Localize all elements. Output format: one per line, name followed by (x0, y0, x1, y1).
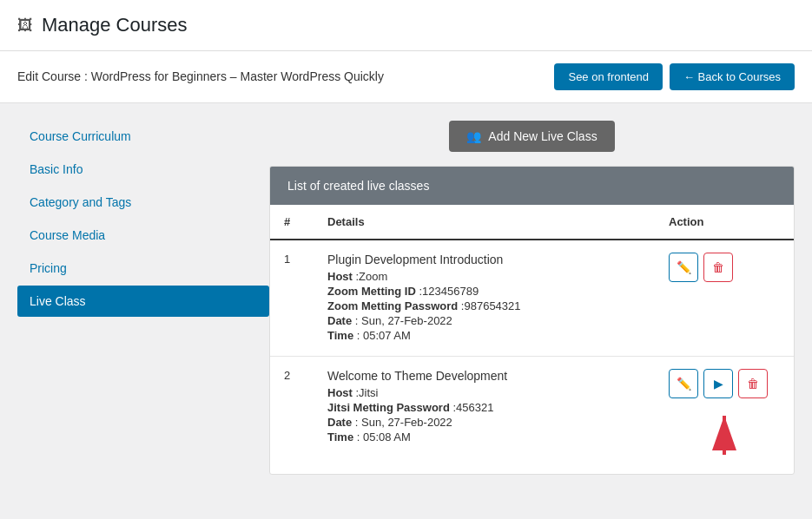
class-meeting-password: Jitsi Metting Password :456321 (327, 401, 641, 414)
classes-table: # Details Action 1 Plugin Development In… (270, 205, 794, 474)
edit-course-title: Edit Course : WordPress for Beginners – … (17, 68, 384, 86)
live-classes-table: List of created live classes # Details A… (269, 166, 795, 475)
class-name: Plugin Development Introduction (327, 253, 641, 266)
sidebar-link-live-class[interactable]: Live Class (17, 286, 269, 317)
edit-button[interactable]: ✏️ (669, 253, 698, 282)
table-row: 2 Welcome to Theme Development Host :Jit… (270, 357, 794, 475)
class-time: Time : 05:07 AM (327, 329, 641, 342)
sidebar: Course Curriculum Basic Info Category an… (17, 121, 269, 475)
see-on-frontend-button[interactable]: See on frontend (554, 63, 663, 90)
manage-courses-icon: 🖼 (17, 16, 33, 35)
row-num: 2 (270, 357, 314, 475)
content-area: 👥 Add New Live Class List of created liv… (269, 121, 795, 475)
add-new-live-class-button[interactable]: 👥 Add New Live Class (449, 121, 614, 152)
delete-button[interactable]: 🗑 (738, 369, 768, 398)
sidebar-link-pricing[interactable]: Pricing (17, 253, 269, 284)
red-arrow-annotation (669, 407, 780, 462)
action-buttons: ✏️ 🗑 (669, 253, 780, 282)
back-to-courses-button[interactable]: ← Back to Courses (670, 63, 795, 90)
play-button[interactable]: ▶ (703, 369, 733, 398)
col-hash: # (270, 205, 314, 240)
edit-button[interactable]: ✏️ (669, 369, 698, 398)
sidebar-link-basic-info[interactable]: Basic Info (17, 154, 269, 185)
row-action: ✏️ ▶ 🗑 (655, 357, 794, 475)
add-class-label: Add New Live Class (488, 129, 597, 143)
col-details: Details (314, 205, 655, 240)
sidebar-item-basic-info[interactable]: Basic Info (17, 154, 269, 185)
add-class-icon: 👥 (466, 129, 481, 143)
row-details: Welcome to Theme Development Host :Jitsi… (314, 357, 655, 475)
col-action: Action (655, 205, 794, 240)
add-btn-row: 👥 Add New Live Class (269, 121, 795, 152)
sidebar-item-live-class[interactable]: Live Class (17, 286, 269, 317)
red-arrow-icon (698, 407, 750, 459)
sidebar-item-course-curriculum[interactable]: Course Curriculum (17, 121, 269, 152)
sidebar-link-category-tags[interactable]: Category and Tags (17, 187, 269, 218)
class-host: Host :Zoom (327, 270, 641, 283)
class-name: Welcome to Theme Development (327, 369, 641, 383)
sidebar-item-category-tags[interactable]: Category and Tags (17, 187, 269, 218)
sidebar-link-course-curriculum[interactable]: Course Curriculum (17, 121, 269, 152)
table-row: 1 Plugin Development Introduction Host :… (270, 240, 794, 357)
class-meeting-id: Zoom Metting ID :123456789 (327, 285, 641, 298)
delete-button[interactable]: 🗑 (703, 253, 733, 282)
row-details: Plugin Development Introduction Host :Zo… (314, 240, 655, 357)
action-buttons: ✏️ ▶ 🗑 (669, 369, 780, 398)
class-meeting-password: Zoom Metting Password :987654321 (327, 299, 641, 312)
sidebar-link-course-media[interactable]: Course Media (17, 220, 269, 251)
edit-course-bar: Edit Course : WordPress for Beginners – … (0, 51, 812, 103)
class-time: Time : 05:08 AM (327, 430, 641, 443)
sidebar-item-pricing[interactable]: Pricing (17, 253, 269, 284)
page-header: 🖼 Manage Courses (0, 0, 812, 51)
class-host: Host :Jitsi (327, 386, 641, 399)
sidebar-item-course-media[interactable]: Course Media (17, 220, 269, 251)
class-date: Date : Sun, 27-Feb-2022 (327, 416, 641, 429)
table-header-row: # Details Action (270, 205, 794, 240)
page-title: Manage Courses (42, 14, 188, 36)
row-num: 1 (270, 240, 314, 357)
table-header: List of created live classes (270, 167, 794, 205)
class-date: Date : Sun, 27-Feb-2022 (327, 314, 641, 327)
edit-course-buttons: See on frontend ← Back to Courses (554, 63, 795, 90)
row-action: ✏️ 🗑 (655, 240, 794, 357)
main-content: Course Curriculum Basic Info Category an… (0, 103, 812, 492)
sidebar-nav: Course Curriculum Basic Info Category an… (17, 121, 269, 317)
